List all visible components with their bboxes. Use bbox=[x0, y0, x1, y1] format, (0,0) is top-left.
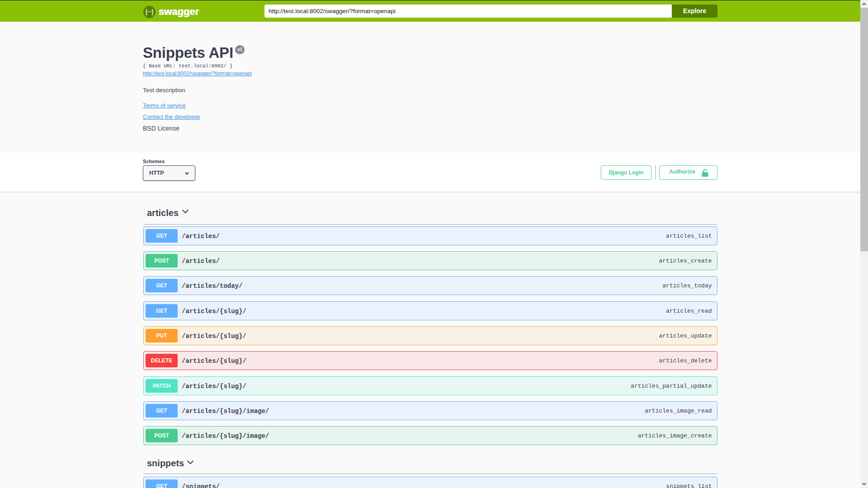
svg-text:{···}: {···} bbox=[146, 8, 154, 15]
